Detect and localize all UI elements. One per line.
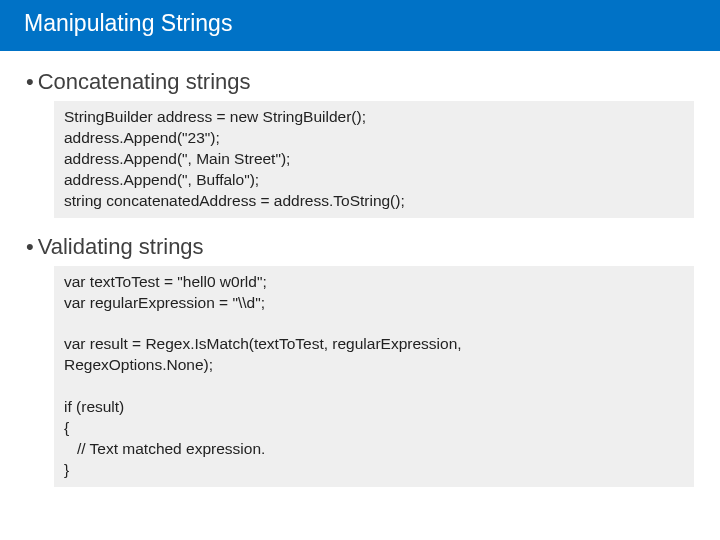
bullet-item: • Validating strings: [26, 234, 694, 260]
bullet-item: • Concatenating strings: [26, 69, 694, 95]
slide-header: Manipulating Strings: [0, 0, 720, 51]
slide-content: • Concatenating strings StringBuilder ad…: [0, 51, 720, 487]
section-heading: Concatenating strings: [38, 69, 251, 95]
section-heading: Validating strings: [38, 234, 204, 260]
code-block-validating: var textToTest = "hell0 w0rld"; var regu…: [54, 266, 694, 487]
slide-title: Manipulating Strings: [24, 10, 232, 36]
bullet-icon: •: [26, 71, 34, 93]
bullet-icon: •: [26, 236, 34, 258]
code-block-concatenating: StringBuilder address = new StringBuilde…: [54, 101, 694, 218]
